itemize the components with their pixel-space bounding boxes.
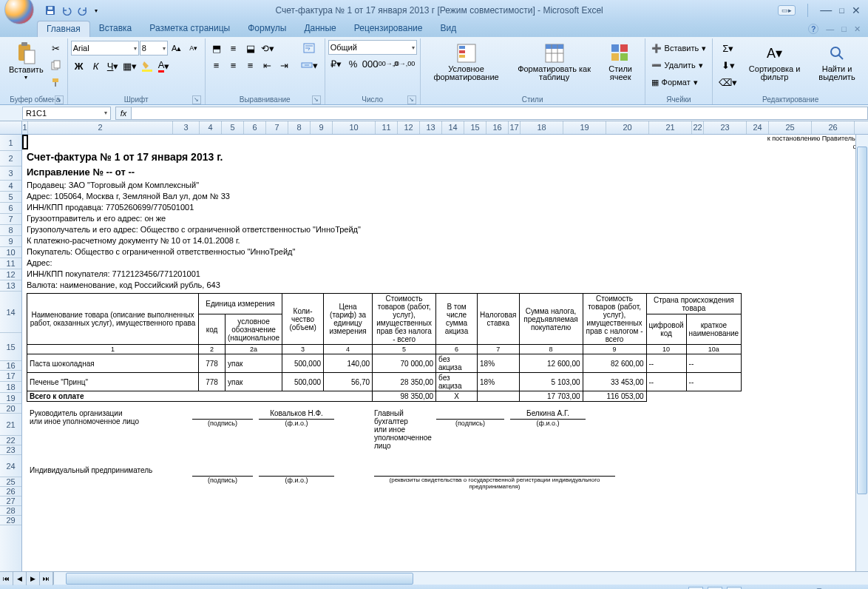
tab-data[interactable]: Данные — [295, 21, 345, 37]
clipboard-dlg-icon[interactable]: ↘ — [55, 95, 64, 104]
font-dlg-icon[interactable]: ↘ — [192, 95, 201, 104]
undo-icon[interactable] — [59, 3, 74, 18]
column-header[interactable]: 24 — [747, 121, 769, 134]
dec-decimal-icon[interactable]: ,0→,00 — [396, 55, 413, 72]
column-header[interactable]: 6 — [244, 121, 266, 134]
minimize-icon[interactable]: — — [820, 4, 832, 17]
italic-icon[interactable]: К — [88, 58, 104, 74]
column-header[interactable]: 3 — [173, 121, 200, 134]
column-header[interactable]: 21 — [649, 121, 692, 134]
tab-last-icon[interactable]: ⏭ — [40, 572, 53, 585]
close-icon[interactable]: ✕ — [852, 4, 861, 16]
border-icon[interactable]: ▦▾ — [122, 58, 138, 74]
name-box[interactable]: R1C1▾ — [22, 107, 111, 120]
mdi-close-icon[interactable]: ✕ — [854, 24, 861, 34]
fill-icon[interactable]: ⬇▾ — [716, 57, 740, 73]
row-header[interactable]: 14 — [0, 292, 21, 333]
row-header[interactable]: 19 — [0, 393, 21, 404]
column-header[interactable]: 18 — [521, 121, 563, 134]
column-header[interactable]: 16 — [486, 121, 509, 134]
row-header[interactable]: 17 — [0, 371, 21, 382]
row-header[interactable]: 20 — [0, 404, 21, 414]
tab-home[interactable]: Главная — [37, 21, 90, 37]
number-dlg-icon[interactable]: ↘ — [407, 95, 416, 104]
tab-first-icon[interactable]: ⏮ — [0, 572, 13, 585]
worksheet[interactable]: к постановлению Правительств от 2 Счет-ф… — [22, 135, 868, 571]
row-header[interactable]: 25 — [0, 477, 21, 487]
column-header[interactable]: 2 — [28, 121, 173, 134]
font-name-combo[interactable]: Arial▾ — [71, 41, 139, 55]
cut-icon[interactable]: ✂ — [48, 40, 64, 56]
column-header[interactable]: 19 — [563, 121, 606, 134]
font-color-icon[interactable]: A▾ — [156, 58, 172, 74]
column-header[interactable]: 9 — [311, 121, 333, 134]
cond-format-button[interactable]: Условное форматирование — [424, 40, 509, 83]
align-top-icon[interactable]: ⬒ — [208, 40, 225, 56]
row-header[interactable]: 7 — [0, 214, 21, 225]
align-center-icon[interactable]: ≡ — [226, 57, 242, 73]
row-header[interactable]: 21 — [0, 414, 21, 436]
qat-dropdown-icon[interactable]: ▾ — [92, 3, 101, 18]
maximize-icon[interactable]: □ — [839, 6, 844, 15]
format-cells-button[interactable]: ▦Формат▾ — [648, 74, 710, 90]
row-header[interactable]: 10 — [0, 247, 21, 258]
underline-icon[interactable]: Ч▾ — [105, 58, 121, 74]
column-header[interactable]: 26 — [812, 121, 855, 134]
formula-input[interactable] — [132, 107, 868, 120]
tab-formulas[interactable]: Формулы — [239, 21, 295, 37]
orientation-icon[interactable]: ⟲▾ — [260, 40, 276, 56]
indent-inc-icon[interactable]: ⇥ — [277, 57, 293, 73]
delete-cells-button[interactable]: ➖Удалить▾ — [648, 57, 710, 73]
tab-review[interactable]: Рецензирование — [345, 21, 432, 37]
row-header[interactable]: 1 — [0, 135, 21, 151]
clear-icon[interactable]: ⌫▾ — [716, 74, 740, 90]
find-select-button[interactable]: Найти и выделить — [809, 40, 865, 83]
mdi-minimize-icon[interactable]: — — [826, 24, 834, 33]
sort-filter-button[interactable]: A▾ Сортировка и фильтр — [742, 40, 807, 83]
vertical-scrollbar[interactable] — [855, 135, 868, 571]
mdi-restore-icon[interactable]: □ — [841, 24, 847, 33]
cell-styles-button[interactable]: Стили ячеек — [600, 40, 642, 83]
grow-font-icon[interactable]: A▴ — [169, 40, 185, 56]
autosum-icon[interactable]: Σ▾ — [716, 40, 740, 56]
save-icon[interactable] — [43, 3, 58, 18]
row-header[interactable]: 4 — [0, 181, 21, 192]
column-header[interactable]: 5 — [222, 121, 244, 134]
column-header[interactable]: 12 — [398, 121, 420, 134]
row-header[interactable]: 6 — [0, 203, 21, 214]
row-header[interactable]: 15 — [0, 333, 21, 361]
number-format-combo[interactable]: Общий▾ — [328, 40, 417, 55]
align-middle-icon[interactable]: ≡ — [226, 40, 242, 56]
bold-icon[interactable]: Ж — [71, 58, 87, 74]
row-header[interactable]: 5 — [0, 192, 21, 203]
column-header[interactable]: 10 — [333, 121, 376, 134]
column-header[interactable]: 25 — [769, 121, 812, 134]
column-header[interactable]: 11 — [376, 121, 398, 134]
format-table-button[interactable]: Форматировать как таблицу — [510, 40, 597, 83]
tab-view[interactable]: Вид — [431, 21, 465, 37]
column-header[interactable]: 22 — [692, 121, 704, 134]
row-header[interactable]: 26 — [0, 487, 21, 497]
column-header[interactable]: 17 — [509, 121, 521, 134]
format-painter-icon[interactable] — [48, 74, 64, 90]
row-header[interactable]: 2 — [0, 151, 21, 166]
column-header[interactable]: 1 — [22, 121, 28, 134]
redo-icon[interactable] — [75, 3, 90, 18]
column-header[interactable]: 13 — [420, 121, 442, 134]
row-header[interactable]: 9 — [0, 236, 21, 247]
column-header[interactable]: 23 — [704, 121, 747, 134]
wrap-text-icon[interactable] — [297, 40, 322, 56]
column-header[interactable]: 8 — [288, 121, 311, 134]
column-header[interactable]: 20 — [606, 121, 649, 134]
row-header[interactable]: 22 — [0, 436, 21, 445]
font-size-combo[interactable]: 8▾ — [140, 41, 168, 55]
merge-icon[interactable]: ▾ — [297, 57, 322, 73]
copy-icon[interactable] — [48, 57, 64, 73]
row-header[interactable]: 13 — [0, 280, 21, 292]
fx-icon[interactable]: fx — [115, 107, 132, 120]
column-header[interactable]: 7 — [266, 121, 288, 134]
shrink-font-icon[interactable]: A▾ — [186, 40, 202, 56]
column-header[interactable]: 15 — [464, 121, 486, 134]
row-header[interactable]: 29 — [0, 516, 21, 525]
select-all-corner[interactable] — [0, 121, 22, 134]
